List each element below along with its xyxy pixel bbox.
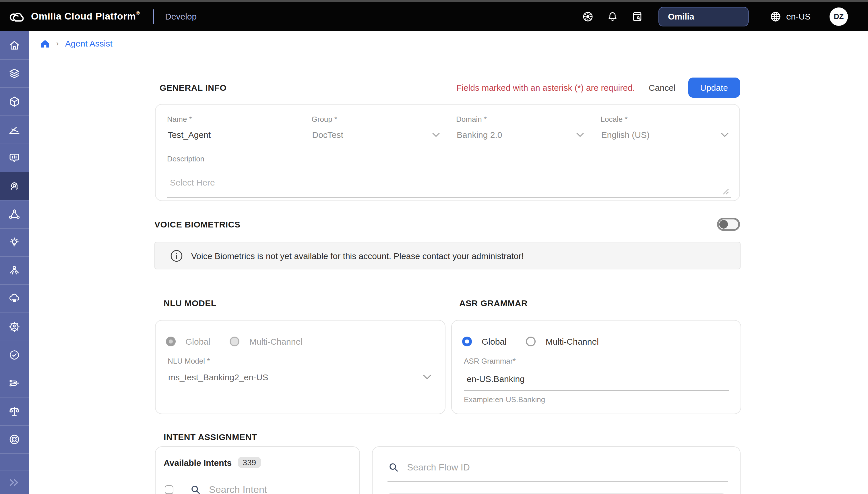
- sidebar-item-cube[interactable]: [0, 87, 29, 115]
- search-flow-id-input[interactable]: [407, 462, 728, 473]
- lightbulb-icon: [7, 235, 21, 249]
- chevron-down-icon: [577, 132, 584, 137]
- search-intent-input[interactable]: [209, 484, 295, 494]
- description-textarea[interactable]: [167, 169, 731, 198]
- locale-select[interactable]: English (US): [601, 130, 731, 145]
- layers-icon: [7, 66, 21, 80]
- available-intents-card: Available Intents 339: [155, 446, 360, 494]
- topbar-divider: [153, 9, 154, 24]
- helm-settings-icon[interactable]: [582, 10, 594, 23]
- description-label: Description: [167, 154, 731, 163]
- required-fields-note: Fields marked with an asterisk (*) are r…: [456, 82, 635, 92]
- general-info-card: Name * Group * DocTest Domain * Banking …: [155, 104, 740, 201]
- asr-multi-channel-radio[interactable]: [526, 337, 536, 346]
- section-label: Develop: [165, 12, 197, 21]
- alert-message: Voice Biometrics is not yet available fo…: [191, 251, 524, 261]
- voice-biometrics-alert: Voice Biometrics is not yet available fo…: [154, 242, 741, 269]
- sidebar-item-home[interactable]: [0, 31, 29, 59]
- asr-grammar-heading: ASR GRAMMAR: [459, 298, 528, 308]
- domain-label: Domain *: [456, 115, 587, 124]
- nlu-global-radio: [166, 337, 176, 346]
- avatar-initials: DZ: [834, 12, 844, 21]
- chevrons-right-icon: [8, 477, 21, 488]
- nlu-scope-radio-group: Global Multi-Channel: [156, 321, 445, 346]
- locale-label: Locale *: [601, 115, 731, 124]
- sidebar-item-badge-check[interactable]: [0, 341, 29, 369]
- asr-global-radio[interactable]: [462, 337, 472, 346]
- general-info-heading: GENERAL INFO: [160, 82, 226, 92]
- registered-mark: ®: [136, 10, 140, 16]
- breadcrumb-home-icon[interactable]: [40, 39, 50, 48]
- release-notes-icon[interactable]: [631, 10, 644, 23]
- set-square-icon: [7, 123, 21, 137]
- sidebar-item-user-gear[interactable]: [0, 312, 29, 341]
- user-network-icon: [7, 264, 21, 278]
- tenant-selector[interactable]: Omilia: [659, 6, 749, 26]
- group-field: Group * DocTest: [312, 115, 442, 145]
- cloud-lines-icon: [7, 292, 21, 306]
- voice-biometrics-header: VOICE BIOMETRICS: [154, 218, 740, 231]
- asr-grammar-input[interactable]: [464, 372, 729, 391]
- user-gear-icon: [7, 320, 21, 334]
- voice-biometrics-heading: VOICE BIOMETRICS: [154, 220, 240, 229]
- resize-handle-icon[interactable]: [723, 188, 729, 195]
- domain-value: Banking 2.0: [457, 130, 502, 139]
- chat-metrics-icon: [7, 151, 21, 165]
- locale-value: English (US): [601, 130, 650, 139]
- available-intents-label: Available Intents: [164, 457, 232, 467]
- notifications-bell-icon[interactable]: [607, 10, 619, 23]
- app-window: Omilia Cloud Platform® Develop: [0, 0, 868, 494]
- user-avatar[interactable]: DZ: [830, 7, 848, 25]
- sidebar-item-cloud[interactable]: [0, 284, 29, 312]
- sidebar-item-layers[interactable]: [0, 59, 29, 87]
- sidebar-nav: [0, 31, 29, 494]
- breadcrumb: › Agent Assist: [29, 31, 868, 56]
- name-input[interactable]: [167, 130, 297, 145]
- sidebar-item-life-ring[interactable]: [0, 425, 29, 453]
- locale-switcher[interactable]: en-US: [770, 10, 811, 23]
- asr-grammar-card: Global Multi-Channel ASR Grammar* Exampl…: [451, 320, 741, 414]
- domain-select[interactable]: Banking 2.0: [456, 130, 587, 145]
- available-intents-header: Available Intents 339: [156, 447, 359, 468]
- voice-biometrics-toggle[interactable]: [717, 218, 740, 231]
- home-icon: [7, 38, 21, 52]
- sidebar-item-network[interactable]: [0, 200, 29, 228]
- intent-search-row: [156, 468, 359, 494]
- group-select[interactable]: DocTest: [312, 130, 442, 145]
- nlu-model-heading: NLU MODEL: [164, 298, 216, 308]
- sidebar-item-user-network[interactable]: [0, 256, 29, 284]
- update-button[interactable]: Update: [688, 77, 740, 97]
- chevron-down-icon: [423, 375, 431, 380]
- breadcrumb-current[interactable]: Agent Assist: [65, 38, 113, 48]
- sidebar-item-scales[interactable]: [0, 397, 29, 425]
- sidebar-item-agent-assist[interactable]: [0, 172, 29, 200]
- select-all-intents-checkbox[interactable]: [165, 486, 173, 494]
- nlu-model-field: NLU Model * ms_test_Banking2_en-US: [167, 357, 433, 388]
- asr-multi-channel-label: Multi-Channel: [546, 337, 599, 346]
- sidebar-expand-button[interactable]: [0, 470, 29, 494]
- asr-grammar-helper: Example:en-US.Banking: [464, 395, 729, 404]
- main-content: GENERAL INFO Fields marked with an aster…: [29, 56, 868, 494]
- nlu-model-select[interactable]: ms_test_Banking2_en-US: [167, 372, 433, 388]
- asr-grammar-field: ASR Grammar* Example:en-US.Banking: [464, 357, 729, 404]
- sidebar-item-lightbulb[interactable]: [0, 228, 29, 256]
- life-ring-icon: [7, 433, 21, 446]
- flow-assignment-card: [372, 446, 741, 494]
- sidebar-item-chat-metrics[interactable]: [0, 144, 29, 172]
- nlu-model-value: ms_test_Banking2_en-US: [168, 372, 269, 382]
- available-intents-count-badge: 339: [237, 457, 261, 468]
- general-info-header: GENERAL INFO Fields marked with an aster…: [155, 77, 740, 98]
- asr-global-label: Global: [482, 337, 507, 346]
- toggle-knob: [719, 220, 728, 229]
- nlu-global-label: Global: [185, 337, 211, 346]
- globe-icon: [770, 10, 782, 23]
- sidebar-item-circuit[interactable]: [0, 369, 29, 397]
- network-icon: [7, 207, 21, 221]
- group-label: Group *: [312, 115, 442, 124]
- nlu-model-label: NLU Model *: [167, 357, 433, 365]
- sidebar-item-ruler[interactable]: [0, 115, 29, 144]
- nlu-model-card: Global Multi-Channel NLU Model * ms_test…: [155, 320, 446, 414]
- badge-check-icon: [7, 348, 21, 362]
- cancel-button[interactable]: Cancel: [649, 82, 675, 92]
- chevron-down-icon: [432, 132, 439, 137]
